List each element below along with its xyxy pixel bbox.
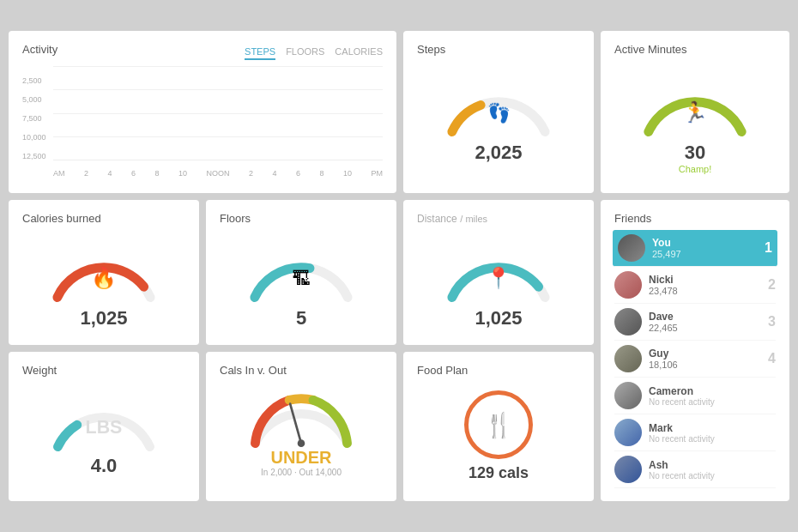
friend-steps-3: 18,106: [649, 360, 755, 370]
x-label-7: 2: [249, 169, 253, 178]
floors-card: Floors 🏗 5: [206, 200, 396, 345]
friend-steps-2: 22,465: [649, 323, 755, 333]
floors-icon: 🏗: [292, 268, 311, 289]
distance-gauge-svg: 📍: [443, 235, 554, 304]
activity-chart: 12,500 10,000 7,500 5,000 2,500 AM246810…: [22, 66, 383, 178]
friend-item-3[interactable]: Guy18,1064: [614, 341, 776, 378]
calories-icon: 🔥: [91, 265, 117, 290]
distance-icon: 📍: [486, 265, 511, 290]
food-icon-circle: 🍴: [464, 390, 533, 459]
x-label-10: 8: [319, 169, 323, 178]
food-icon: 🍴: [484, 411, 514, 439]
friend-item-4[interactable]: CameronNo recent activity: [614, 378, 776, 414]
friends-list: You25,4971Nicki23,4782Dave22,4653Guy18,1…: [614, 230, 776, 488]
friend-steps-0: 25,497: [652, 249, 752, 259]
friend-name-3: Guy: [649, 348, 755, 360]
friend-info-3: Guy18,106: [649, 348, 755, 370]
friend-name-0: You: [652, 237, 752, 249]
chart-y-labels: 12,500 10,000 7,500 5,000 2,500: [22, 66, 50, 160]
friend-steps-1: 23,478: [649, 286, 755, 296]
dashboard: Activity STEPS FLOORS CALORIES 12,500 10…: [9, 31, 789, 501]
friend-item-2[interactable]: Dave22,4653: [614, 304, 776, 341]
active-minutes-gauge-svg: 🏃: [639, 70, 751, 138]
friend-item-6[interactable]: AshNo recent activity: [614, 451, 776, 488]
friend-item-5[interactable]: MarkNo recent activity: [614, 414, 776, 451]
weight-display: LBS 4.0: [22, 384, 185, 481]
friend-avatar-6: [614, 456, 642, 483]
friend-info-0: You25,497: [652, 237, 752, 259]
floors-value: 5: [296, 307, 306, 329]
friend-rank-0: 1: [759, 240, 772, 256]
active-minutes-icon: 🏃: [682, 100, 708, 124]
steps-card: Steps 👣 2,025: [403, 31, 594, 193]
tab-calories[interactable]: CALORIES: [335, 46, 383, 60]
food-plan-value: 129 cals: [469, 464, 529, 482]
x-label-2: 4: [107, 169, 112, 178]
chart-x-labels: AM246810NOON246810PM: [53, 169, 383, 178]
activity-card: Activity STEPS FLOORS CALORIES 12,500 10…: [9, 31, 396, 193]
friend-rank-2: 3: [762, 314, 776, 329]
friend-rank-1: 2: [762, 277, 776, 293]
distance-value: 1,025: [475, 307, 522, 329]
food-plan-title: Food Plan: [417, 364, 580, 377]
active-minutes-sub: Champ!: [679, 164, 712, 174]
active-minutes-title: Active Minutes: [614, 43, 776, 56]
distance-card: Distance / miles 📍 1,025: [403, 200, 594, 345]
friend-info-1: Nicki23,478: [649, 274, 755, 296]
friend-info-5: MarkNo recent activity: [649, 422, 776, 444]
active-minutes-gauge: 🏃 30 Champ!: [614, 63, 776, 181]
cals-gauge-svg: [245, 384, 357, 448]
friend-steps-5: No recent activity: [649, 434, 776, 444]
x-label-3: 6: [131, 169, 136, 178]
friend-steps-6: No recent activity: [649, 471, 776, 481]
steps-value: 2,025: [475, 142, 522, 164]
weight-gauge-svg: LBS: [48, 387, 160, 451]
floors-title: Floors: [220, 212, 383, 225]
friend-avatar-3: [614, 345, 642, 372]
friend-name-5: Mark: [649, 422, 776, 434]
friend-avatar-0: [618, 234, 645, 262]
weight-card: Weight LBS 4.0: [9, 352, 199, 501]
friends-card: Friends You25,4971Nicki23,4782Dave22,465…: [601, 200, 789, 501]
chart-bars: [53, 66, 383, 160]
activity-title: Activity: [22, 43, 57, 56]
steps-icon: 👣: [487, 101, 511, 124]
friend-info-6: AshNo recent activity: [649, 459, 776, 481]
friends-title: Friends: [614, 212, 776, 225]
friend-avatar-1: [614, 271, 642, 299]
x-label-11: 10: [343, 169, 352, 178]
x-label-5: 10: [178, 169, 187, 178]
x-label-0: AM: [53, 169, 65, 178]
cals-in-out-title: Cals In v. Out: [220, 364, 383, 377]
friend-avatar-4: [614, 382, 642, 409]
x-label-6: NOON: [206, 169, 229, 178]
cals-status: UNDER: [270, 448, 331, 468]
friend-item-0[interactable]: You25,4971: [613, 230, 777, 267]
x-label-9: 6: [296, 169, 300, 178]
tab-steps[interactable]: STEPS: [245, 46, 275, 60]
steps-gauge: 👣 2,025: [417, 63, 580, 171]
calories-burned-gauge: 🔥 1,025: [22, 232, 185, 333]
activity-tabs: STEPS FLOORS CALORIES: [245, 46, 383, 60]
active-minutes-value: 30: [685, 142, 705, 164]
floors-gauge-svg: 🏗: [245, 235, 357, 304]
cals-in-out-card: Cals In v. Out UNDER In 2,000 · Out 14,0…: [206, 352, 396, 501]
svg-point-1: [298, 439, 305, 447]
friend-name-1: Nicki: [649, 274, 755, 286]
calories-burned-card: Calories burned 🔥 1,025: [9, 200, 199, 345]
x-label-12: PM: [371, 169, 383, 178]
calories-burned-value: 1,025: [80, 307, 127, 329]
cals-in-out-display: UNDER In 2,000 · Out 14,000: [220, 384, 383, 477]
x-label-8: 4: [272, 169, 276, 178]
distance-gauge: 📍 1,025: [417, 232, 580, 333]
friend-name-4: Cameron: [649, 385, 776, 397]
friend-item-1[interactable]: Nicki23,4782: [614, 267, 776, 304]
distance-title: Distance / miles: [417, 212, 580, 225]
friend-avatar-5: [614, 419, 642, 446]
tab-floors[interactable]: FLOORS: [286, 46, 324, 60]
friend-steps-4: No recent activity: [649, 397, 776, 407]
friend-avatar-2: [614, 308, 642, 336]
weight-lbs-label: LBS: [86, 417, 123, 438]
x-label-1: 2: [84, 169, 88, 178]
weight-value: 4.0: [91, 455, 118, 477]
